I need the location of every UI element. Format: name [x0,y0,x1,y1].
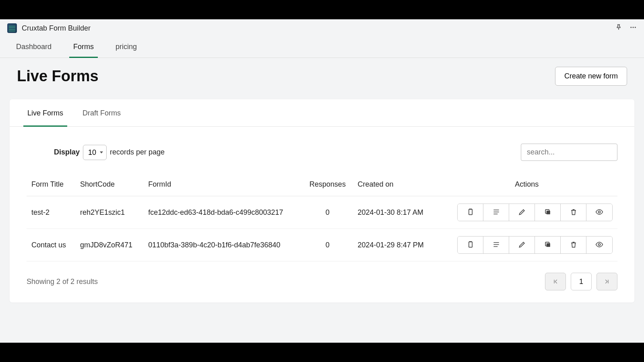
display-label: Display [54,148,80,156]
results-text: Showing 2 of 2 results [27,278,98,286]
copy-icon [544,241,552,250]
eye-button[interactable] [586,237,612,253]
copy-button[interactable] [535,237,561,253]
search-input[interactable] [521,144,617,161]
title-actions [615,24,637,33]
svg-rect-4 [546,210,550,214]
svg-point-2 [635,27,636,28]
inner-tab-live[interactable]: Live Forms [23,99,67,126]
svg-point-10 [599,243,601,245]
table-row: Contact us gmJD8vZoR471 0110bf3a-389b-4c… [27,229,617,261]
cell-shortcode: reh2YE1szic1 [75,196,143,229]
trash-icon [570,241,578,250]
last-page-button[interactable] [597,273,617,290]
pin-icon[interactable] [615,24,622,33]
letterbox-top [0,0,644,19]
th-actions: Actions [436,173,617,196]
svg-rect-7 [469,242,472,247]
svg-point-6 [599,211,601,213]
svg-rect-3 [469,209,472,214]
letterbox-bottom [0,343,644,362]
tab-forms[interactable]: Forms [69,37,98,58]
th-responses: Responses [302,173,353,196]
inner-tab-draft[interactable]: Draft Forms [78,99,125,126]
display-wrap: Display 10 records per page [54,145,165,160]
clipboard-icon [466,241,475,250]
clipboard-button[interactable] [458,237,483,253]
th-shortcode: ShortCode [75,173,143,196]
eye-icon [595,241,603,250]
copy-icon [544,208,552,217]
th-title: Form Title [27,173,75,196]
list-icon [492,241,500,250]
edit-button[interactable] [509,237,535,253]
trash-icon [570,208,578,217]
cell-created: 2024-01-29 8:47 PM [353,229,436,261]
edit-icon [518,241,526,250]
edit-icon [518,208,526,217]
svg-point-0 [630,27,632,28]
table-row: test-2 reh2YE1szic1 fce12ddc-ed63-418d-b… [27,196,617,229]
table-footer: Showing 2 of 2 results 1 [10,261,634,302]
clipboard-button[interactable] [458,204,483,221]
create-new-form-button[interactable]: Create new form [555,67,627,86]
forms-card: Live Forms Draft Forms Display 10 record… [10,99,634,302]
cell-title: test-2 [27,196,75,229]
page-header: Live Forms Create new form [0,58,644,99]
cell-formid: fce12ddc-ed63-418d-bda6-c499c8003217 [143,196,302,229]
inner-tabs: Live Forms Draft Forms [10,99,634,127]
title-bar: Cruxtab Form Builder [0,19,644,37]
actions-group [457,204,613,221]
trash-button[interactable] [561,237,586,253]
clipboard-icon [466,208,475,217]
page-title: Live Forms [17,68,99,85]
forms-table: Form Title ShortCode FormId Responses Cr… [27,173,617,261]
main-nav: Dashboard Forms pricing [0,37,644,58]
list-icon [492,208,500,217]
records-suffix: records per page [110,148,165,156]
first-page-button[interactable] [545,273,566,290]
th-formid: FormId [143,173,302,196]
controls-row: Display 10 records per page [10,127,634,173]
cell-actions [436,196,617,229]
trash-button[interactable] [561,204,586,221]
cell-title: Contact us [27,229,75,261]
app-icon [7,23,17,33]
eye-button[interactable] [586,204,612,221]
pagination: 1 [545,273,617,290]
eye-icon [595,208,603,217]
th-created: Created on [353,173,436,196]
cell-responses: 0 [302,229,353,261]
cell-actions [436,229,617,261]
list-button[interactable] [483,204,509,221]
tab-dashboard[interactable]: Dashboard [12,37,56,58]
cell-responses: 0 [302,196,353,229]
app-title: Cruxtab Form Builder [22,24,615,33]
tab-pricing[interactable]: pricing [111,37,141,58]
cell-shortcode: gmJD8vZoR471 [75,229,143,261]
records-select-wrap: 10 [83,145,107,160]
page-number-button[interactable]: 1 [571,273,592,290]
cell-formid: 0110bf3a-389b-4c20-b1f6-d4ab7fe36840 [143,229,302,261]
list-button[interactable] [483,237,509,253]
actions-group [457,236,613,254]
svg-point-1 [633,27,634,28]
app-window: Cruxtab Form Builder Dashboard Forms pri… [0,19,644,343]
edit-button[interactable] [509,204,535,221]
svg-rect-8 [546,243,550,247]
copy-button[interactable] [535,204,561,221]
more-icon[interactable] [630,24,637,33]
records-select[interactable]: 10 [83,145,107,160]
cell-created: 2024-01-30 8:17 AM [353,196,436,229]
